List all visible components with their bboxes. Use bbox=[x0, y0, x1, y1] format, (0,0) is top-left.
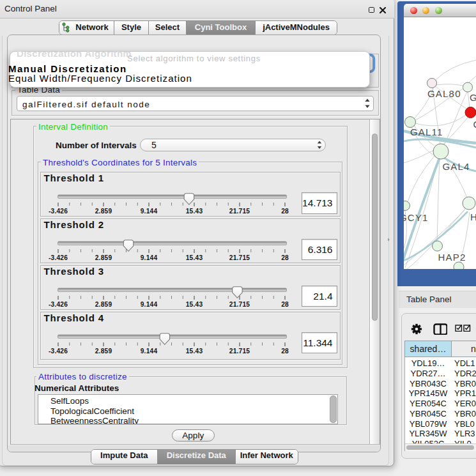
svg-text:15.43: 15.43 bbox=[186, 254, 203, 261]
svg-text:28: 28 bbox=[281, 254, 289, 261]
svg-text:9.144: 9.144 bbox=[141, 300, 158, 307]
svg-text:28: 28 bbox=[281, 347, 289, 354]
svg-text:9.144: 9.144 bbox=[141, 208, 158, 215]
svg-text:2.859: 2.859 bbox=[95, 254, 112, 261]
svg-text:HAP2: HAP2 bbox=[438, 252, 466, 263]
svg-text:15.43: 15.43 bbox=[186, 300, 203, 307]
svg-text:15.43: 15.43 bbox=[186, 208, 203, 215]
svg-text:GAL80: GAL80 bbox=[427, 88, 461, 99]
svg-text:15.43: 15.43 bbox=[186, 347, 203, 354]
svg-text:GAL11: GAL11 bbox=[410, 127, 443, 137]
svg-text:28: 28 bbox=[281, 300, 289, 307]
svg-text:28: 28 bbox=[281, 208, 289, 215]
svg-text:21.715: 21.715 bbox=[229, 254, 250, 261]
svg-text:-3.426: -3.426 bbox=[49, 300, 68, 307]
svg-text:-3.426: -3.426 bbox=[49, 208, 68, 215]
svg-text:2.859: 2.859 bbox=[95, 347, 112, 354]
svg-text:-3.426: -3.426 bbox=[49, 347, 68, 354]
svg-text:21.715: 21.715 bbox=[229, 347, 250, 354]
svg-text:9.144: 9.144 bbox=[141, 347, 158, 354]
svg-text:GCY1: GCY1 bbox=[404, 212, 429, 223]
svg-text:G.: G. bbox=[470, 92, 476, 103]
svg-text:2.859: 2.859 bbox=[95, 208, 112, 215]
svg-text:2.859: 2.859 bbox=[95, 300, 112, 307]
svg-text:21.715: 21.715 bbox=[229, 208, 250, 215]
svg-text:21.715: 21.715 bbox=[229, 300, 250, 307]
svg-text:H: H bbox=[470, 211, 476, 222]
svg-text:C: C bbox=[473, 119, 476, 130]
svg-text:9.144: 9.144 bbox=[141, 254, 158, 261]
svg-text:GAL4: GAL4 bbox=[443, 161, 470, 172]
svg-text:-3.426: -3.426 bbox=[49, 254, 68, 261]
